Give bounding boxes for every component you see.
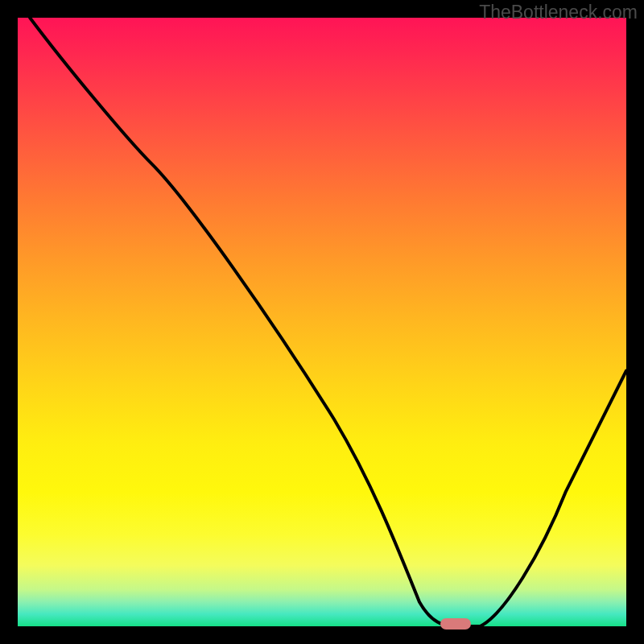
chart-plot-area bbox=[18, 18, 626, 626]
bottleneck-curve bbox=[18, 18, 626, 626]
watermark-text: TheBottleneck.com bbox=[479, 2, 638, 23]
optimal-marker bbox=[440, 618, 471, 630]
